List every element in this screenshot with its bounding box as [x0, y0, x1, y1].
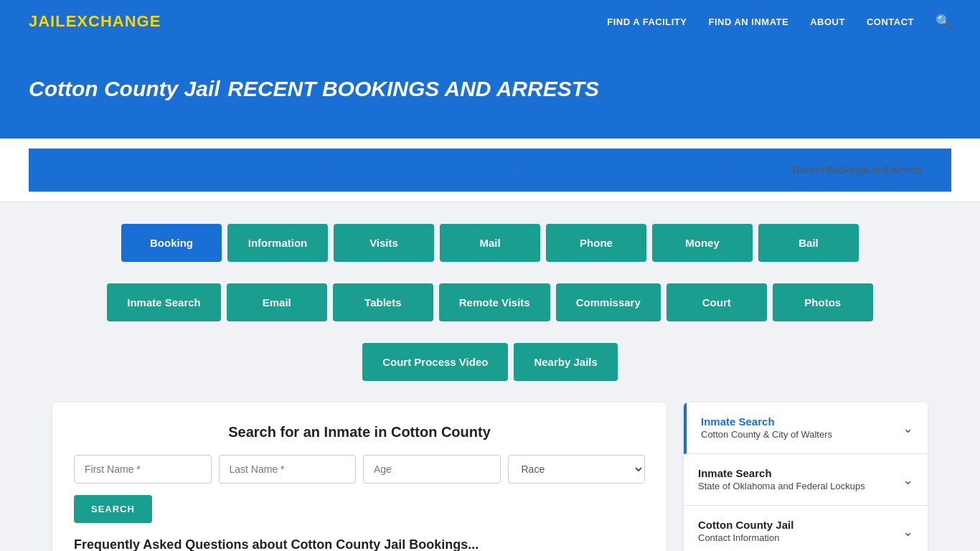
inmate-search-section: Search for an Inmate in Cotton County Ra… [52, 402, 666, 551]
tab-information[interactable]: Information [227, 224, 328, 262]
breadcrumb-cotton-county[interactable]: Cotton County [388, 164, 453, 176]
tab-commissary[interactable]: Commissary [556, 283, 661, 321]
bottom-teaser: Frequently Asked Questions about Cotton … [74, 537, 645, 551]
chevron-down-icon: ⌄ [903, 472, 913, 488]
nav-item-about[interactable]: ABOUT [810, 15, 845, 28]
tab-phone[interactable]: Phone [546, 224, 646, 262]
tab-visits[interactable]: Visits [334, 224, 434, 262]
nav-links: FIND A FACILITY FIND AN INMATE ABOUT CON… [607, 14, 951, 29]
main-content: Booking Information Visits Mail Phone Mo… [24, 202, 956, 551]
chevron-down-icon: ⌄ [903, 420, 913, 436]
tab-booking[interactable]: Booking [121, 224, 222, 262]
sidebar-item-inmate-search-cotton[interactable]: Inmate Search Cotton County & City of Wa… [684, 402, 928, 454]
sidebar-item-inmate-search-state[interactable]: Inmate Search State of Oklahoma and Fede… [684, 454, 928, 506]
tab-court-process-video[interactable]: Court Process Video [362, 343, 508, 381]
sidebar-item-contact-info[interactable]: Cotton County Jail Contact Information ⌄ [684, 506, 928, 551]
breadcrumb: Home › Oklahoma › Cotton County › Cotton… [29, 149, 951, 192]
main-nav: JAILEXCHANGE FIND A FACILITY FIND AN INM… [0, 0, 980, 43]
hero-section: Cotton County Jail RECENT BOOKINGS AND A… [0, 43, 980, 138]
sidebar: Inmate Search Cotton County & City of Wa… [684, 402, 928, 551]
tab-tablets[interactable]: Tablets [333, 283, 433, 321]
search-fields: Race White Black Hispanic Asian Native A… [74, 455, 645, 484]
tab-nearby-jails[interactable]: Nearby Jails [514, 343, 617, 381]
search-title: Search for an Inmate in Cotton County [74, 424, 645, 441]
last-name-input[interactable] [219, 455, 357, 484]
logo-text-jail: JAIL [29, 12, 66, 30]
nav-item-find-inmate[interactable]: FIND AN INMATE [708, 15, 788, 28]
first-name-input[interactable] [74, 455, 212, 484]
tab-bail[interactable]: Bail [758, 224, 859, 262]
breadcrumb-home[interactable]: Home [57, 164, 84, 176]
sep1: › [147, 165, 150, 175]
tab-photos[interactable]: Photos [773, 283, 873, 321]
breadcrumb-current: Recent Bookings And Arrests [793, 164, 923, 176]
sep2: › [322, 165, 325, 175]
page-title: Cotton County Jail RECENT BOOKINGS AND A… [29, 72, 951, 103]
age-input[interactable] [363, 455, 501, 484]
tab-mail[interactable]: Mail [440, 224, 540, 262]
race-select[interactable]: Race White Black Hispanic Asian Native A… [508, 455, 646, 484]
two-col-layout: Search for an Inmate in Cotton County Ra… [52, 402, 928, 551]
breadcrumb-oklahoma[interactable]: Oklahoma [213, 164, 259, 176]
sep4: › [727, 165, 730, 175]
tab-remote-visits[interactable]: Remote Visits [439, 283, 550, 321]
chevron-down-icon: ⌄ [903, 524, 913, 540]
nav-search-icon[interactable]: 🔍 [936, 14, 951, 29]
tab-court[interactable]: Court [666, 283, 767, 321]
search-button[interactable]: SEARCH [74, 495, 152, 523]
tab-row-1: Booking Information Visits Mail Phone Mo… [52, 224, 928, 262]
nav-item-contact[interactable]: CONTACT [867, 15, 914, 28]
tab-row-3: Court Process Video Nearby Jails [52, 343, 928, 381]
logo[interactable]: JAILEXCHANGE [29, 12, 161, 31]
tab-money[interactable]: Money [652, 224, 753, 262]
breadcrumb-bar: Home › Oklahoma › Cotton County › Cotton… [0, 138, 980, 202]
tab-row-2: Inmate Search Email Tablets Remote Visit… [52, 283, 928, 321]
sep3: › [515, 165, 518, 175]
nav-item-find-facility[interactable]: FIND A FACILITY [607, 15, 687, 28]
breadcrumb-cotton-county-jail[interactable]: Cotton County Jail [581, 164, 663, 176]
logo-text-exchange: EXCHANGE [66, 12, 161, 30]
tab-email[interactable]: Email [227, 283, 327, 321]
tab-inmate-search[interactable]: Inmate Search [107, 283, 221, 321]
